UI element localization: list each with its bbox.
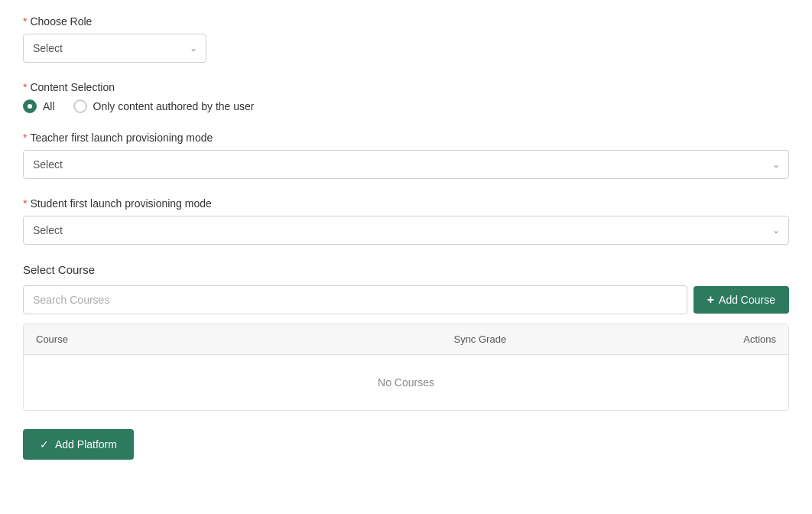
required-star-content: *	[23, 81, 27, 93]
student-provisioning-select-wrapper: Select ⌄	[23, 216, 789, 245]
content-selection-radio-group: All Only content authored by the user	[23, 99, 789, 113]
radio-option-authored[interactable]: Only content authored by the user	[73, 99, 255, 113]
content-selection-text: Content Selection	[30, 81, 115, 93]
teacher-provisioning-text: Teacher first launch provisioning mode	[30, 132, 213, 144]
select-course-title: Select Course	[23, 263, 789, 276]
content-selection-label: * Content Selection	[23, 81, 789, 93]
teacher-provisioning-select-wrapper: Select ⌄	[23, 150, 789, 179]
add-platform-button[interactable]: ✓ Add Platform	[23, 429, 134, 460]
column-course: Course	[36, 333, 332, 345]
radio-all-indicator	[23, 99, 37, 113]
student-provisioning-field: * Student first launch provisioning mode…	[23, 197, 789, 245]
teacher-provisioning-label: * Teacher first launch provisioning mode	[23, 132, 789, 144]
choose-role-select-wrapper: Select ⌄	[23, 34, 206, 63]
teacher-provisioning-select[interactable]: Select	[23, 150, 789, 179]
add-course-label: Add Course	[719, 294, 775, 306]
radio-option-all[interactable]: All	[23, 99, 55, 113]
add-platform-label: Add Platform	[55, 438, 117, 451]
column-sync-grade: Sync Grade	[332, 333, 628, 345]
column-actions: Actions	[628, 333, 776, 345]
page-container: * Choose Role Select ⌄ * Content Selecti…	[0, 0, 812, 475]
student-provisioning-text: Student first launch provisioning mode	[30, 197, 211, 210]
choose-role-field: * Choose Role Select ⌄	[23, 15, 789, 63]
required-star-teacher: *	[23, 132, 27, 144]
choose-role-label: * Choose Role	[23, 15, 789, 28]
student-provisioning-select[interactable]: Select	[23, 216, 789, 245]
radio-all-label: All	[43, 100, 55, 112]
teacher-provisioning-field: * Teacher first launch provisioning mode…	[23, 132, 789, 179]
choose-role-text: Choose Role	[30, 15, 92, 28]
add-course-button[interactable]: + Add Course	[693, 286, 789, 314]
choose-role-select[interactable]: Select	[23, 34, 206, 63]
content-selection-field: * Content Selection All Only content aut…	[23, 81, 789, 113]
student-provisioning-label: * Student first launch provisioning mode	[23, 197, 789, 210]
check-icon: ✓	[40, 438, 49, 451]
required-star-student: *	[23, 197, 27, 210]
select-course-section: Select Course + Add Course Course Sync G…	[23, 263, 789, 411]
plus-icon: +	[707, 294, 714, 306]
courses-table: Course Sync Grade Actions No Courses	[23, 324, 789, 411]
radio-authored-indicator	[73, 99, 87, 113]
required-star-role: *	[23, 15, 27, 28]
search-add-row: + Add Course	[23, 285, 789, 314]
search-courses-input[interactable]	[23, 285, 687, 314]
table-empty-message: No Courses	[24, 355, 788, 410]
table-header: Course Sync Grade Actions	[24, 324, 788, 355]
radio-authored-label: Only content authored by the user	[93, 100, 255, 112]
